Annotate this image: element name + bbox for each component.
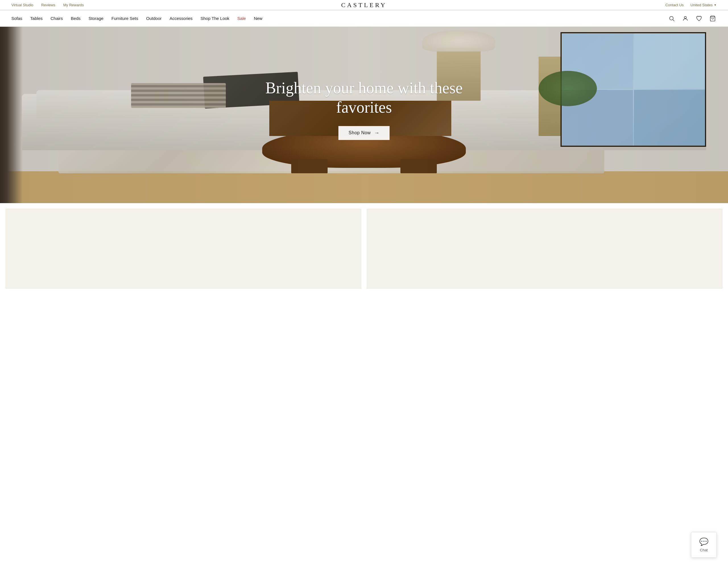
cart-icon[interactable] [709, 15, 717, 22]
svg-line-1 [673, 20, 674, 21]
nav-furniture-sets[interactable]: Furniture Sets [111, 16, 138, 21]
reviews-link[interactable]: Reviews [41, 3, 55, 7]
nav-tables[interactable]: Tables [30, 16, 42, 21]
wishlist-icon[interactable] [695, 15, 703, 22]
nav-sale[interactable]: Sale [237, 16, 246, 21]
chevron-down-icon: ▼ [714, 3, 717, 7]
top-bar-left: Virtual Studio Reviews My Rewards [11, 3, 84, 7]
nav-shop-the-look[interactable]: Shop The Look [200, 16, 229, 21]
nav-links: Sofas Tables Chairs Beds Storage Furnitu… [11, 16, 262, 21]
nav-new[interactable]: New [254, 16, 262, 21]
svg-point-0 [670, 16, 673, 20]
nav-chairs[interactable]: Chairs [51, 16, 63, 21]
nav-outdoor[interactable]: Outdoor [146, 16, 162, 21]
top-bar: Virtual Studio Reviews My Rewards CASTLE… [0, 0, 728, 10]
nav-accessories[interactable]: Accessories [169, 16, 193, 21]
my-rewards-link[interactable]: My Rewards [63, 3, 84, 7]
svg-point-2 [684, 16, 686, 18]
account-icon[interactable] [681, 15, 689, 22]
hero-section: Brighten your home with these favorites … [0, 27, 728, 203]
search-icon[interactable] [668, 15, 676, 22]
nav-icons [668, 15, 717, 22]
main-nav: Sofas Tables Chairs Beds Storage Furnitu… [0, 10, 728, 27]
hero-content: Brighten your home with these favorites … [0, 27, 728, 203]
card-1[interactable] [6, 209, 361, 289]
country-selector[interactable]: United States ▼ [690, 3, 717, 7]
nav-beds[interactable]: Beds [71, 16, 80, 21]
country-label: United States [690, 3, 713, 7]
shop-now-button[interactable]: Shop Now → [338, 126, 390, 140]
virtual-studio-link[interactable]: Virtual Studio [11, 3, 33, 7]
top-bar-right: Contact Us United States ▼ [665, 3, 717, 7]
shop-now-label: Shop Now [349, 130, 371, 135]
contact-us-link[interactable]: Contact Us [665, 3, 684, 7]
nav-storage[interactable]: Storage [88, 16, 104, 21]
brand-name[interactable]: CASTLERY [341, 1, 387, 9]
cards-section [0, 203, 728, 289]
arrow-right-icon: → [374, 130, 380, 136]
nav-sofas[interactable]: Sofas [11, 16, 22, 21]
card-2[interactable] [367, 209, 722, 289]
hero-title: Brighten your home with these favorites [236, 78, 492, 117]
